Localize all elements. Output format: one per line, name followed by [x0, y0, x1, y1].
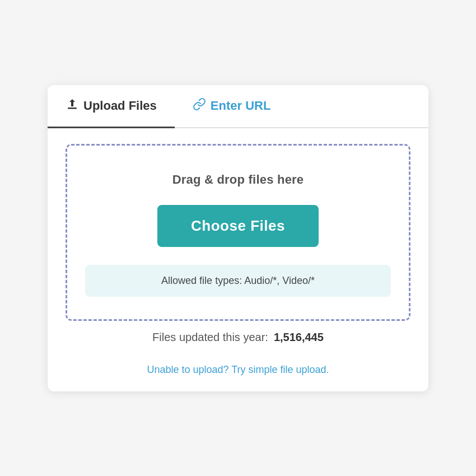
tab-upload-files[interactable]: Upload Files: [48, 85, 175, 128]
upload-icon: [66, 97, 79, 114]
files-updated-count: 1,516,445: [274, 331, 324, 344]
drop-zone[interactable]: Drag & drop files here Choose Files Allo…: [66, 144, 410, 321]
svg-rect-0: [68, 108, 77, 109]
files-updated-label: Files updated this year:: [152, 331, 268, 344]
link-icon: [193, 97, 206, 114]
allowed-types-banner: Allowed file types: Audio/*, Video/*: [85, 265, 391, 297]
tab-url-label: Enter URL: [211, 99, 271, 113]
tab-bar: Upload Files Enter URL: [48, 85, 428, 128]
drag-drop-text: Drag & drop files here: [172, 172, 304, 187]
tab-content: Drag & drop files here Choose Files Allo…: [48, 128, 428, 355]
tab-upload-label: Upload Files: [83, 99, 157, 113]
tab-enter-url[interactable]: Enter URL: [175, 85, 289, 128]
files-updated-stats: Files updated this year: 1,516,445: [66, 331, 410, 344]
upload-card: Upload Files Enter URL Drag & drop files…: [48, 85, 428, 391]
simple-upload-link[interactable]: Unable to upload? Try simple file upload…: [48, 364, 428, 376]
choose-files-button[interactable]: Choose Files: [157, 205, 319, 247]
